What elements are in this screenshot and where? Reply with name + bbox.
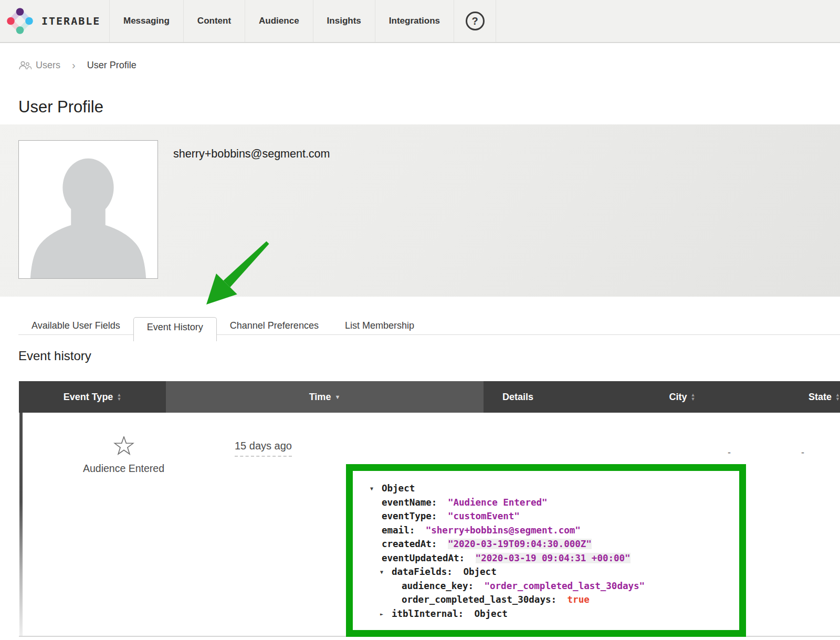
column-label: Event Type (64, 392, 113, 403)
tab[interactable]: List Membership (332, 317, 427, 334)
breadcrumb: Users › User Profile (18, 59, 136, 71)
json-value: true (568, 594, 590, 605)
section-heading: Event history (18, 349, 91, 363)
json-line: ▼ dataFields: Object (353, 565, 739, 579)
iterable-logo-icon (7, 8, 33, 34)
json-key: createdAt: (382, 539, 437, 549)
avatar (18, 140, 158, 279)
json-key: eventType: (382, 511, 437, 521)
json-line: createdAt: "2020-03-19T09:04:30.000Z" (353, 537, 739, 551)
column-header[interactable]: City ▲ ▼ (556, 381, 808, 413)
column-label: State (808, 392, 832, 403)
json-value: "Audience Entered" (448, 497, 548, 508)
json-value: "order_completed_last_30days" (485, 581, 645, 591)
json-value: Object (475, 608, 508, 619)
time-cell[interactable]: 15 days ago (235, 440, 292, 457)
star-icon (113, 436, 134, 457)
json-value: "2020-03-19T09:04:30.000Z" (448, 539, 592, 549)
json-value: "customEvent" (448, 511, 520, 521)
profile-header: sherry+bobbins@segment.com (0, 124, 840, 297)
column-header[interactable]: Event Type ▲ ▼ (19, 381, 166, 413)
column-label: City (669, 392, 687, 403)
expand-toggle-icon[interactable]: ► (380, 607, 383, 622)
event-type-cell: Audience Entered (19, 413, 228, 475)
json-line: order_completed_last_30days: true (353, 593, 739, 607)
brand[interactable]: ITERABLE (0, 0, 109, 42)
column-header[interactable]: State ▲ ▼ (808, 381, 840, 413)
json-key: audience_key: (402, 581, 474, 591)
page: ITERABLE Messaging Content Audience Insi… (0, 0, 840, 640)
json-line: ▼ Object (353, 481, 739, 496)
tab[interactable]: Event History (133, 317, 217, 341)
profile-tabs: Available User Fields Event History Chan… (18, 317, 840, 335)
json-value: Object (463, 566, 496, 577)
table-header: Event Type ▲ ▼ Time ▼ Details (19, 381, 840, 413)
nav-item[interactable]: Audience (245, 0, 313, 42)
sort-icon: ▼ (334, 394, 340, 400)
breadcrumb-users-link[interactable]: Users (36, 60, 60, 71)
city-cell: - (693, 447, 765, 458)
json-line: email: "sherry+bobbins@segment.com" (353, 523, 739, 538)
column-label: Details (502, 392, 533, 403)
help-icon: ? (466, 12, 485, 30)
annotation-arrow-icon (194, 236, 273, 310)
json-line: eventName: "Audience Entered" (353, 496, 739, 510)
column-label: Time (309, 392, 331, 403)
expand-toggle-icon[interactable]: ▼ (370, 482, 373, 496)
top-nav: ITERABLE Messaging Content Audience Insi… (0, 0, 840, 43)
page-title: User Profile (18, 98, 103, 117)
json-key: eventUpdatedAt: (382, 553, 465, 563)
details-highlight-box: ▼ Object eventName: "Audience Entered" e… (346, 464, 746, 637)
json-key: email: (382, 525, 415, 536)
state-cell: - (765, 447, 840, 458)
nav-menu: Messaging Content Audience Insights Inte… (109, 0, 454, 42)
sort-icon: ▲ ▼ (117, 393, 121, 401)
column-header[interactable]: Time ▼ (166, 381, 484, 413)
json-line: ► itblInternal: Object (353, 607, 739, 621)
json-viewer: ▼ Object eventName: "Audience Entered" e… (353, 471, 739, 621)
json-key: eventName: (382, 497, 437, 508)
json-line: eventType: "customEvent" (353, 509, 739, 523)
sort-icon: ▲ ▼ (691, 393, 696, 401)
user-email: sherry+bobbins@segment.com (173, 148, 330, 161)
tab[interactable]: Available User Fields (18, 317, 133, 334)
json-value: Object (382, 483, 415, 494)
nav-item[interactable]: Messaging (109, 0, 183, 42)
json-key: order_completed_last_30days: (402, 594, 556, 605)
chevron-right-icon: › (72, 59, 76, 71)
tab[interactable]: Channel Preferences (217, 317, 332, 334)
avatar-placeholder-icon (19, 141, 158, 278)
brand-name: ITERABLE (41, 15, 100, 27)
help-button[interactable]: ? (454, 0, 496, 42)
nav-item[interactable]: Insights (313, 0, 375, 42)
event-type-label: Audience Entered (19, 463, 228, 475)
nav-item[interactable]: Content (183, 0, 245, 42)
json-key: dataFields: (392, 566, 453, 577)
users-icon (18, 61, 32, 70)
json-line: audience_key: "order_completed_last_30da… (353, 579, 739, 593)
nav-item[interactable]: Integrations (375, 0, 454, 42)
json-value: "sherry+bobbins@segment.com" (426, 525, 581, 536)
json-key: itblInternal: (392, 608, 464, 619)
column-header[interactable]: Details (484, 381, 556, 413)
sort-icon: ▲ ▼ (835, 393, 840, 401)
expand-toggle-icon[interactable]: ▼ (380, 565, 383, 580)
breadcrumb-current: User Profile (87, 60, 136, 71)
json-value: "2020-03-19 09:04:31 +00:00" (476, 553, 631, 563)
json-line: eventUpdatedAt: "2020-03-19 09:04:31 +00… (353, 551, 739, 565)
